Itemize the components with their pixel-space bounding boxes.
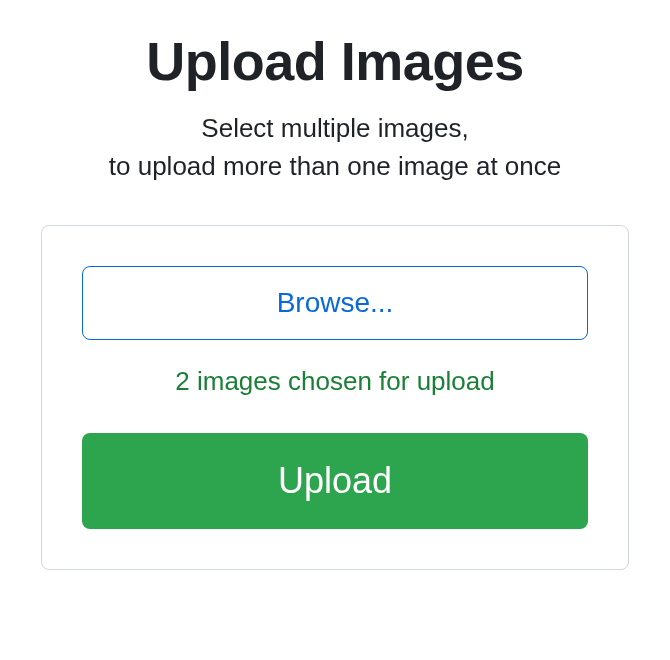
upload-button[interactable]: Upload [82,433,588,529]
subtitle-line-1: Select multiple images, [201,113,468,143]
page-title: Upload Images [146,30,524,92]
page-subtitle: Select multiple images, to upload more t… [109,110,561,185]
upload-card: Browse... 2 images chosen for upload Upl… [41,225,629,570]
upload-status-text: 2 images chosen for upload [175,366,494,397]
browse-button[interactable]: Browse... [82,266,588,340]
subtitle-line-2: to upload more than one image at once [109,151,561,181]
